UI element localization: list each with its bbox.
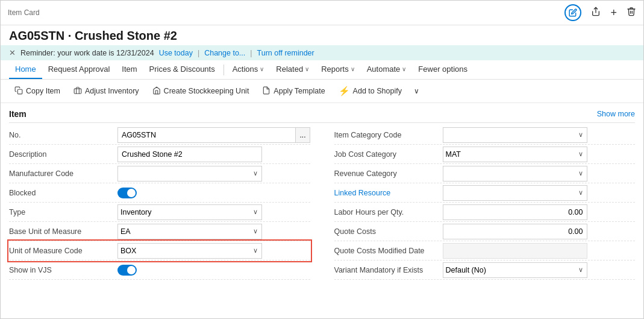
label-type: Type: [9, 208, 117, 216]
no-input[interactable]: [117, 127, 296, 143]
create-stockkeeping-unit-button[interactable]: Create Stockkeeping Unit: [147, 83, 255, 99]
add-icon[interactable]: +: [610, 7, 617, 19]
title-bar-actions: +: [564, 4, 636, 21]
value-labor-hours-per-qty: [443, 204, 636, 220]
page-title: AG05STN · Crushed Stone #2: [9, 29, 635, 43]
reminder-text: Reminder: your work date is 12/31/2024: [20, 49, 154, 57]
form-grid: No. ... Description: [9, 125, 635, 280]
type-select[interactable]: Inventory: [118, 205, 249, 220]
no-ellipsis-button[interactable]: ...: [296, 127, 310, 143]
field-description: Description: [9, 145, 310, 164]
label-linked-resource[interactable]: Linked Resource: [334, 189, 443, 197]
variant-mandatory-chevron-icon: ∨: [575, 266, 587, 274]
item-section-header: Item Show more: [9, 103, 635, 123]
linked-resource-select[interactable]: [443, 186, 575, 200]
value-type: Inventory ∨: [117, 204, 310, 220]
blocked-toggle[interactable]: [117, 188, 137, 198]
base-uom-select[interactable]: EA: [118, 224, 249, 239]
label-unit-of-measure-code: Unit of Measure Code: [9, 247, 117, 255]
value-description: [117, 147, 310, 162]
svg-rect-1: [17, 89, 22, 94]
turn-off-reminder-link[interactable]: Turn off reminder: [257, 49, 314, 57]
value-variant-mandatory: Default (No) ∨: [443, 262, 636, 278]
reminder-close-icon[interactable]: ✕: [9, 48, 16, 57]
tab-fewer-options[interactable]: Fewer options: [412, 60, 474, 79]
field-no: No. ...: [9, 125, 310, 145]
edit-icon[interactable]: [564, 4, 581, 21]
use-today-link[interactable]: Use today: [159, 49, 193, 57]
manufacturer-code-select[interactable]: [118, 166, 249, 181]
value-no: ...: [117, 127, 310, 143]
label-description: Description: [9, 150, 117, 159]
item-category-code-select[interactable]: [443, 128, 575, 142]
reminder-banner: ✕ Reminder: your work date is 12/31/2024…: [1, 45, 643, 60]
uom-code-select[interactable]: BOX: [118, 244, 249, 258]
toolbar-more-chevron-icon: ∨: [414, 87, 419, 95]
value-revenue-category: ∨: [443, 166, 636, 182]
value-quote-costs-modified-date: [443, 243, 636, 259]
field-type: Type Inventory ∨: [9, 203, 310, 222]
value-job-cost-category: MAT ∨: [443, 147, 636, 162]
no-input-group: ...: [117, 127, 310, 143]
tab-home[interactable]: Home: [9, 60, 42, 79]
quote-costs-input[interactable]: [443, 224, 587, 239]
quote-costs-date-input: [443, 243, 587, 259]
copy-item-icon: [14, 86, 23, 96]
tab-request-approval[interactable]: Request Approval: [42, 60, 116, 79]
toolbar-more-dropdown-button[interactable]: ∨: [410, 84, 424, 98]
variant-mandatory-select[interactable]: Default (No): [443, 263, 575, 277]
label-no: No.: [9, 131, 117, 139]
add-to-shopify-icon: ⚡: [339, 86, 350, 96]
apply-template-button[interactable]: Apply Template: [257, 83, 330, 99]
content-area: Item Show more No. ...: [1, 103, 643, 318]
tab-reports[interactable]: Reports ∨: [315, 60, 361, 79]
tab-related[interactable]: Related ∨: [270, 60, 315, 79]
field-unit-of-measure-code: Unit of Measure Code BOX ∨: [9, 241, 310, 261]
field-linked-resource: Linked Resource ∨: [334, 183, 636, 203]
description-input[interactable]: [117, 147, 262, 162]
form-right-column: Item Category Code ∨ Job Cost Category M…: [334, 125, 636, 280]
nav-separator: [224, 65, 224, 75]
base-uom-chevron-icon: ∨: [249, 227, 261, 235]
tab-actions[interactable]: Actions ∨: [227, 60, 270, 79]
label-quote-costs: Quote Costs: [334, 227, 443, 236]
tab-item[interactable]: Item: [116, 60, 143, 79]
add-to-shopify-button[interactable]: ⚡ Add to Shopify: [333, 83, 407, 99]
field-labor-hours-per-qty: Labor Hours per Qty.: [334, 203, 636, 222]
page-title-bar: AG05STN · Crushed Stone #2: [1, 25, 643, 45]
type-chevron-icon: ∨: [249, 208, 261, 216]
job-cost-category-select[interactable]: MAT: [443, 147, 575, 162]
label-revenue-category: Revenue Category: [334, 169, 443, 178]
field-job-cost-category: Job Cost Category MAT ∨: [334, 145, 636, 164]
section-title: Item: [9, 109, 27, 119]
share-icon[interactable]: [591, 7, 601, 19]
label-show-in-vjs: Show in VJS: [9, 266, 117, 274]
change-to-link[interactable]: Change to...: [204, 49, 245, 57]
copy-item-button[interactable]: Copy Item: [9, 83, 66, 99]
delete-icon[interactable]: [627, 7, 636, 19]
value-blocked: [117, 188, 310, 198]
revenue-category-select[interactable]: [443, 166, 575, 181]
automate-chevron-icon: ∨: [402, 66, 406, 72]
label-item-category-code: Item Category Code: [334, 131, 443, 139]
reports-chevron-icon: ∨: [351, 66, 355, 72]
copy-item-label: Copy Item: [26, 87, 60, 95]
value-unit-of-measure-code: BOX ∨: [117, 243, 310, 259]
show-in-vjs-toggle[interactable]: [117, 265, 137, 276]
form-left-column: No. ... Description: [9, 125, 310, 280]
field-manufacturer-code: Manufacturer Code ∨: [9, 164, 310, 183]
field-show-in-vjs: Show in VJS: [9, 261, 310, 280]
tab-automate[interactable]: Automate ∨: [361, 60, 413, 79]
uom-code-chevron-icon: ∨: [249, 247, 261, 254]
field-item-category-code: Item Category Code ∨: [334, 125, 636, 145]
labor-hours-input[interactable]: [443, 204, 587, 220]
field-quote-costs: Quote Costs: [334, 222, 636, 241]
window-title: Item Card: [8, 8, 40, 17]
adjust-inventory-button[interactable]: Adjust Inventory: [68, 83, 145, 99]
show-more-link[interactable]: Show more: [597, 110, 635, 118]
field-variant-mandatory: Variant Mandatory if Exists Default (No)…: [334, 261, 636, 280]
nav-tabs: Home Request Approval Item Prices & Disc…: [1, 60, 643, 80]
label-manufacturer-code: Manufacturer Code: [9, 169, 117, 178]
adjust-inventory-icon: [73, 86, 82, 96]
tab-prices-discounts[interactable]: Prices & Discounts: [143, 60, 221, 79]
